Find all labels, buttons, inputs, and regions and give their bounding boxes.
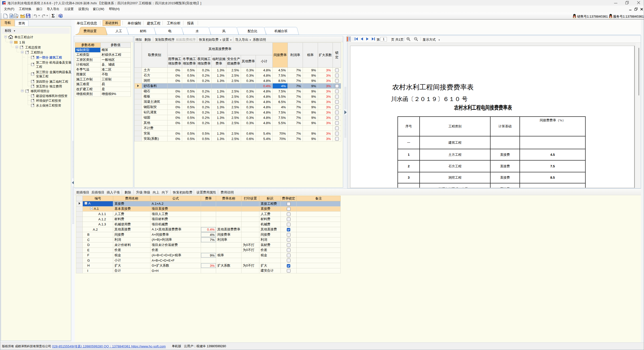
svg-text:水: 水 [196, 29, 199, 33]
svg-text:?: ? [60, 15, 62, 18]
svg-text:电: 电 [168, 29, 172, 33]
svg-text:材料: 材料 [140, 29, 146, 33]
svg-text:风: 风 [222, 29, 226, 33]
svg-text:配合比: 配合比 [248, 29, 258, 33]
svg-text:机械台班: 机械台班 [274, 29, 288, 33]
svg-text:费用设置: 费用设置 [84, 29, 97, 33]
svg-text:人工: 人工 [115, 29, 122, 33]
